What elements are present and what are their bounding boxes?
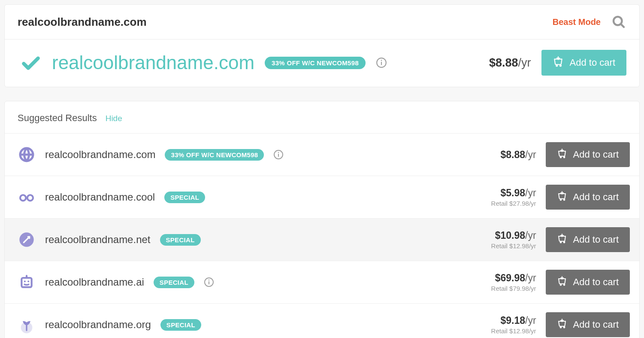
result-row: realcoolbrandname.com33% OFF W/C NEWCOM5… xyxy=(5,133,639,176)
info-icon[interactable] xyxy=(376,57,387,68)
svg-point-40 xyxy=(563,284,565,286)
cart-icon xyxy=(553,56,564,70)
add-to-cart-button[interactable]: Add to cart xyxy=(546,227,630,252)
price-value: $10.98 xyxy=(495,230,525,241)
glasses-icon xyxy=(18,188,36,206)
price-value: $8.88 xyxy=(489,56,518,69)
primary-add-to-cart-button[interactable]: Add to cart xyxy=(541,50,626,76)
search-panel: realcoolbrandname.com Beast Mode realcoo… xyxy=(4,4,640,87)
price-period: /yr xyxy=(518,56,531,69)
price-period: /yr xyxy=(525,272,536,283)
result-domain-name: realcoolbrandname.cool xyxy=(45,191,155,203)
add-to-cart-button[interactable]: Add to cart xyxy=(546,270,630,295)
results-title: Suggested Results xyxy=(18,113,97,124)
svg-point-21 xyxy=(278,152,279,153)
retail-price: Retail $12.98/yr xyxy=(491,327,536,335)
add-to-cart-button[interactable]: Add to cart xyxy=(546,142,630,167)
result-price-column: $5.98/yrRetail $27.98/yr xyxy=(491,187,536,207)
search-header: realcoolbrandname.com Beast Mode xyxy=(5,5,639,40)
result-domain-name: realcoolbrandname.ai xyxy=(45,276,144,288)
search-icon[interactable] xyxy=(611,14,626,30)
add-to-cart-label: Add to cart xyxy=(573,319,619,330)
robot-icon xyxy=(18,273,36,291)
result-row: realcoolbrandname.coolSPECIAL$5.98/yrRet… xyxy=(5,176,639,218)
retail-price: Retail $79.98/yr xyxy=(491,285,536,292)
price-value: $8.88 xyxy=(500,149,525,160)
primary-price: $8.88/yr xyxy=(489,56,531,70)
svg-point-4 xyxy=(381,60,382,61)
cart-icon xyxy=(557,233,567,246)
svg-point-25 xyxy=(563,157,565,158)
result-price-column: $9.18/yrRetail $12.98/yr xyxy=(491,315,536,335)
price-period: /yr xyxy=(525,187,536,198)
svg-point-44 xyxy=(563,327,565,328)
add-to-cart-label: Add to cart xyxy=(570,57,615,68)
retail-price: Retail $27.98/yr xyxy=(491,200,536,207)
plant-icon xyxy=(18,316,36,334)
result-price-column: $69.98/yrRetail $79.98/yr xyxy=(491,272,536,292)
search-header-actions: Beast Mode xyxy=(553,14,626,30)
cart-icon xyxy=(557,148,567,161)
cart-icon xyxy=(557,191,567,204)
cart-icon xyxy=(557,318,567,331)
add-to-cart-label: Add to cart xyxy=(573,277,619,288)
cart-icon xyxy=(557,276,567,289)
primary-domain-name: realcoolbrandname.com xyxy=(52,52,254,73)
checkmark-icon xyxy=(20,52,42,73)
result-price-column: $8.88/yr xyxy=(500,149,536,161)
promo-badge: 33% OFF W/C NEWCOM598 xyxy=(265,57,366,69)
retail-price: Retail $12.98/yr xyxy=(491,242,536,250)
result-domain-name: realcoolbrandname.com xyxy=(45,149,155,161)
result-badge: SPECIAL xyxy=(154,277,194,288)
result-domain-name: realcoolbrandname.net xyxy=(45,234,151,246)
info-icon[interactable] xyxy=(204,277,214,287)
suggested-results-panel: Suggested Results Hide realcoolbrandname… xyxy=(4,101,640,338)
price-period: /yr xyxy=(525,315,536,326)
price-period: /yr xyxy=(525,230,536,241)
rocket-icon xyxy=(18,231,36,249)
result-price-column: $10.98/yrRetail $12.98/yr xyxy=(491,230,536,250)
svg-line-1 xyxy=(621,24,624,27)
globe-icon xyxy=(18,146,36,164)
price-value: $5.98 xyxy=(500,187,525,198)
beast-mode-link[interactable]: Beast Mode xyxy=(553,17,601,27)
svg-point-43 xyxy=(560,327,561,328)
add-to-cart-button[interactable]: Add to cart xyxy=(546,312,630,337)
svg-point-28 xyxy=(560,199,561,201)
svg-point-29 xyxy=(563,199,565,201)
svg-point-7 xyxy=(556,65,557,66)
result-row: realcoolbrandname.netSPECIAL$10.98/yrRet… xyxy=(5,218,639,261)
svg-point-33 xyxy=(563,242,565,243)
svg-point-32 xyxy=(560,242,561,243)
result-badge: SPECIAL xyxy=(160,234,201,246)
add-to-cart-label: Add to cart xyxy=(573,192,619,203)
price-value: $69.98 xyxy=(495,272,525,283)
results-header: Suggested Results Hide xyxy=(5,101,639,133)
info-icon[interactable] xyxy=(273,149,284,160)
result-row: realcoolbrandname.orgSPECIAL$9.18/yrReta… xyxy=(5,303,639,338)
result-badge: 33% OFF W/C NEWCOM598 xyxy=(165,149,264,161)
add-to-cart-label: Add to cart xyxy=(573,149,619,160)
result-badge: SPECIAL xyxy=(160,319,201,331)
svg-point-36 xyxy=(209,280,209,280)
price-period: /yr xyxy=(525,149,536,160)
hide-results-link[interactable]: Hide xyxy=(106,114,122,123)
add-to-cart-button[interactable]: Add to cart xyxy=(546,185,630,210)
price-value: $9.18 xyxy=(500,315,525,326)
svg-point-39 xyxy=(560,284,561,286)
search-query-text: realcoolbrandname.com xyxy=(18,15,147,29)
primary-result-row: realcoolbrandname.com 33% OFF W/C NEWCOM… xyxy=(5,40,639,87)
svg-point-24 xyxy=(560,157,561,158)
result-badge: SPECIAL xyxy=(164,192,205,203)
add-to-cart-label: Add to cart xyxy=(573,234,619,245)
result-row: realcoolbrandname.aiSPECIAL$69.98/yrReta… xyxy=(5,261,639,303)
svg-point-8 xyxy=(560,65,561,66)
result-domain-name: realcoolbrandname.org xyxy=(45,319,151,331)
